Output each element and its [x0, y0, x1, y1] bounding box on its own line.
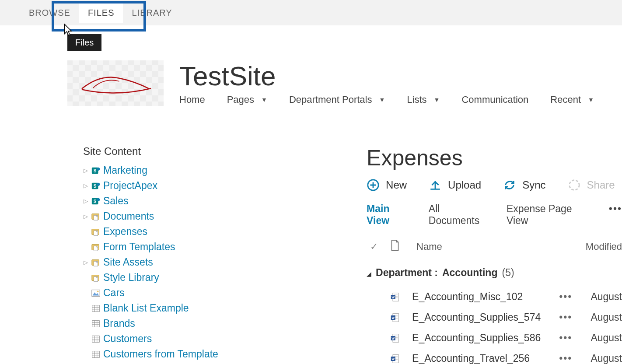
- upload-button[interactable]: Upload: [429, 178, 481, 192]
- collapse-caret-icon: ◢: [367, 270, 371, 277]
- sidebar-item-label: Expenses: [103, 226, 147, 238]
- column-check[interactable]: ✓: [370, 241, 378, 252]
- nav-pages[interactable]: Pages▼: [227, 94, 267, 105]
- sp-site-icon: S: [91, 196, 101, 206]
- svg-point-43: [569, 180, 579, 190]
- sidebar-item-label: Cars: [103, 287, 125, 299]
- row-menu-button[interactable]: •••: [553, 332, 578, 344]
- nav-lists[interactable]: Lists▼: [407, 94, 440, 105]
- row-menu-button[interactable]: •••: [553, 291, 578, 303]
- sidebar-item-customers-from-template[interactable]: Customers from Template: [83, 346, 222, 362]
- svg-rect-22: [92, 305, 100, 312]
- document-row[interactable]: WE_Accounting_Travel_256•••August: [367, 348, 622, 364]
- site-logo[interactable]: [67, 60, 164, 106]
- document-row[interactable]: WE_Accounting_Supplies_586•••August: [367, 328, 622, 348]
- expand-arrow-icon[interactable]: ▷: [83, 198, 88, 204]
- sidebar-item-projectapex[interactable]: ▷SProjectApex: [83, 178, 222, 193]
- sidebar-item-label: Site Assets: [103, 256, 153, 268]
- doclib-icon: [91, 212, 101, 221]
- word-doc-icon: W: [390, 333, 400, 343]
- nav-recent[interactable]: Recent▼: [550, 94, 594, 105]
- nav-pages-label: Pages: [227, 94, 254, 105]
- sidebar-item-label: Brands: [103, 318, 135, 329]
- svg-text:W: W: [392, 295, 395, 298]
- svg-rect-18: [94, 276, 98, 281]
- library-action-bar: New Upload Sync Share: [367, 178, 622, 192]
- column-type-icon[interactable]: [390, 240, 400, 254]
- view-main[interactable]: Main View: [367, 203, 414, 227]
- sidebar-item-customers[interactable]: Customers: [83, 331, 222, 346]
- nav-home-label: Home: [179, 94, 205, 105]
- list-icon: [91, 304, 101, 313]
- sidebar-item-label: Form Templates: [103, 241, 175, 253]
- svg-text:W: W: [392, 316, 395, 319]
- share-button[interactable]: Share: [568, 178, 615, 192]
- svg-text:S: S: [94, 183, 97, 188]
- sidebar-item-label: Marketing: [103, 164, 147, 176]
- document-name[interactable]: E_Accounting_Travel_256: [412, 353, 530, 364]
- document-name[interactable]: E_Accounting_Misc_102: [412, 291, 523, 303]
- sidebar-item-label: ProjectApex: [103, 180, 157, 192]
- expand-arrow-icon[interactable]: ▷: [83, 213, 88, 220]
- doclib-icon: [91, 273, 101, 283]
- sidebar-item-documents[interactable]: ▷Documents: [83, 209, 222, 224]
- nav-communication[interactable]: Communication: [461, 94, 528, 105]
- nav-home[interactable]: Home: [179, 94, 205, 105]
- list-header: ✓ Name Modified: [367, 240, 622, 254]
- sync-button[interactable]: Sync: [503, 178, 545, 192]
- ribbon-tab-browse[interactable]: BROWSE: [20, 3, 79, 23]
- sidebar-item-style-library[interactable]: Style Library: [83, 270, 222, 285]
- svg-rect-14: [94, 246, 98, 251]
- new-button[interactable]: New: [367, 178, 407, 192]
- group-header[interactable]: ◢ Department : Accounting (5): [367, 267, 622, 279]
- library-views: Main View All Documents Expense Page Vie…: [367, 203, 622, 227]
- expand-arrow-icon[interactable]: ▷: [83, 167, 88, 174]
- document-name[interactable]: E_Accounting_Supplies_586: [412, 332, 541, 344]
- sidebar-item-expenses[interactable]: Expenses: [83, 224, 222, 239]
- sidebar-item-site-assets[interactable]: ▷Site Assets: [83, 255, 222, 270]
- nav-comm-label: Communication: [461, 94, 528, 105]
- svg-text:W: W: [392, 336, 395, 340]
- group-count: (5): [502, 267, 514, 279]
- caret-down-icon: ▼: [379, 96, 385, 103]
- upload-icon: [429, 178, 442, 192]
- doclib-icon: [91, 258, 101, 267]
- document-name[interactable]: E_Accounting_Supplies_574: [412, 312, 541, 323]
- document-row[interactable]: WE_Accounting_Misc_102•••August: [367, 287, 622, 307]
- group-field: Department :: [376, 267, 438, 279]
- sidebar-item-cars[interactable]: Cars: [83, 285, 222, 301]
- row-menu-button[interactable]: •••: [553, 312, 578, 323]
- nav-department-portals[interactable]: Department Portals▼: [289, 94, 385, 105]
- nav-recent-label: Recent: [550, 94, 581, 105]
- new-label: New: [386, 179, 407, 191]
- sidebar-item-blank-list-example[interactable]: Blank List Example: [83, 301, 222, 316]
- column-modified[interactable]: Modified: [586, 241, 622, 252]
- ribbon-tab-library[interactable]: LIBRARY: [123, 3, 181, 23]
- view-expense-page[interactable]: Expense Page View: [507, 203, 594, 227]
- document-modified: August: [591, 312, 622, 323]
- svg-rect-27: [92, 320, 100, 327]
- expand-arrow-icon[interactable]: ▷: [83, 259, 88, 266]
- sidebar-item-marketing[interactable]: ▷SMarketing: [83, 163, 222, 178]
- svg-point-2: [97, 167, 100, 170]
- document-row[interactable]: WE_Accounting_Supplies_574•••August: [367, 307, 622, 328]
- sidebar-item-brands[interactable]: Brands: [83, 316, 222, 331]
- row-menu-button[interactable]: •••: [553, 353, 578, 364]
- view-all-documents[interactable]: All Documents: [429, 203, 492, 227]
- top-nav: Home Pages▼ Department Portals▼ Lists▼ C…: [179, 94, 622, 105]
- sidebar-item-sales[interactable]: ▷SSales: [83, 193, 222, 209]
- expand-arrow-icon[interactable]: ▷: [83, 182, 88, 189]
- svg-rect-10: [94, 215, 98, 220]
- word-doc-icon: W: [390, 292, 400, 302]
- column-name[interactable]: Name: [416, 241, 442, 252]
- word-doc-icon: W: [390, 313, 400, 322]
- nav-lists-label: Lists: [407, 94, 426, 105]
- nav-dept-label: Department Portals: [289, 94, 372, 105]
- sp-site-icon: S: [91, 166, 101, 175]
- svg-point-8: [97, 198, 100, 201]
- site-title: TestSite: [179, 60, 622, 91]
- ribbon-tab-files[interactable]: FILES: [79, 3, 123, 23]
- view-more[interactable]: •••: [609, 203, 622, 227]
- svg-point-5: [97, 182, 100, 186]
- sidebar-item-form-templates[interactable]: Form Templates: [83, 239, 222, 255]
